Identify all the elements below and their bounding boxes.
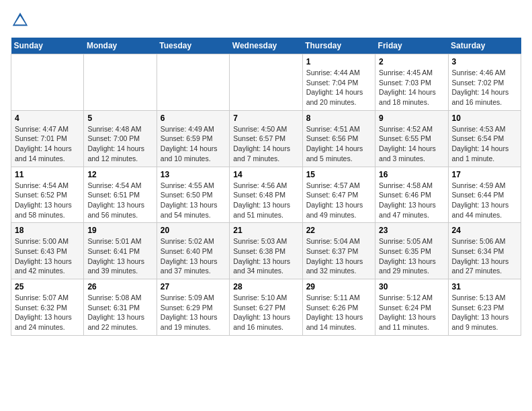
day-number: 16 xyxy=(379,170,444,179)
calendar-cell xyxy=(157,54,229,111)
day-number: 9 xyxy=(379,113,444,123)
day-info: Sunrise: 4:51 AM Sunset: 6:56 PM Dayligh… xyxy=(306,124,371,164)
calendar-cell xyxy=(11,54,84,111)
calendar-cell: 5Sunrise: 4:48 AM Sunset: 7:00 PM Daylig… xyxy=(84,110,157,167)
day-info: Sunrise: 5:12 AM Sunset: 6:24 PM Dayligh… xyxy=(379,293,444,332)
day-number: 15 xyxy=(306,170,371,179)
day-of-week-header: Saturday xyxy=(448,38,521,54)
calendar-cell: 8Sunrise: 4:51 AM Sunset: 6:56 PM Daylig… xyxy=(302,110,375,167)
calendar-table: SundayMondayTuesdayWednesdayThursdayFrid… xyxy=(11,38,521,336)
calendar-cell: 11Sunrise: 4:54 AM Sunset: 6:52 PM Dayli… xyxy=(11,167,84,223)
day-info: Sunrise: 5:13 AM Sunset: 6:23 PM Dayligh… xyxy=(452,293,517,332)
day-number: 23 xyxy=(379,226,444,235)
day-info: Sunrise: 4:56 AM Sunset: 6:48 PM Dayligh… xyxy=(233,181,298,220)
calendar-cell: 25Sunrise: 5:07 AM Sunset: 6:32 PM Dayli… xyxy=(11,279,84,336)
calendar-week-row: 4Sunrise: 4:47 AM Sunset: 7:01 PM Daylig… xyxy=(11,110,521,167)
day-number: 28 xyxy=(233,282,298,291)
day-info: Sunrise: 5:02 AM Sunset: 6:40 PM Dayligh… xyxy=(161,236,226,276)
day-number: 19 xyxy=(87,226,152,235)
day-number: 6 xyxy=(161,113,226,123)
day-number: 24 xyxy=(452,226,517,235)
day-info: Sunrise: 5:04 AM Sunset: 6:37 PM Dayligh… xyxy=(306,236,371,276)
calendar-cell: 4Sunrise: 4:47 AM Sunset: 7:01 PM Daylig… xyxy=(11,110,84,167)
day-number: 30 xyxy=(379,282,444,291)
calendar-cell: 6Sunrise: 4:49 AM Sunset: 6:59 PM Daylig… xyxy=(157,110,229,167)
calendar-cell: 13Sunrise: 4:55 AM Sunset: 6:50 PM Dayli… xyxy=(157,167,229,223)
day-info: Sunrise: 4:54 AM Sunset: 6:51 PM Dayligh… xyxy=(87,181,152,220)
calendar-cell xyxy=(230,54,302,111)
day-number: 26 xyxy=(87,282,152,291)
day-info: Sunrise: 5:08 AM Sunset: 6:31 PM Dayligh… xyxy=(87,293,152,332)
day-info: Sunrise: 5:07 AM Sunset: 6:32 PM Dayligh… xyxy=(15,293,80,332)
day-number: 21 xyxy=(233,226,298,235)
calendar-cell: 18Sunrise: 5:00 AM Sunset: 6:43 PM Dayli… xyxy=(11,223,84,279)
day-number: 5 xyxy=(87,113,152,123)
calendar-cell: 24Sunrise: 5:06 AM Sunset: 6:34 PM Dayli… xyxy=(448,223,521,279)
page-header xyxy=(11,11,521,30)
logo xyxy=(11,11,32,30)
day-of-week-header: Thursday xyxy=(302,38,375,54)
day-info: Sunrise: 5:11 AM Sunset: 6:26 PM Dayligh… xyxy=(306,293,371,332)
day-info: Sunrise: 4:45 AM Sunset: 7:03 PM Dayligh… xyxy=(379,68,444,107)
calendar-week-row: 11Sunrise: 4:54 AM Sunset: 6:52 PM Dayli… xyxy=(11,167,521,223)
calendar-cell: 23Sunrise: 5:05 AM Sunset: 6:35 PM Dayli… xyxy=(375,223,448,279)
calendar-header-row: SundayMondayTuesdayWednesdayThursdayFrid… xyxy=(11,38,521,54)
calendar-cell: 2Sunrise: 4:45 AM Sunset: 7:03 PM Daylig… xyxy=(375,54,448,111)
day-info: Sunrise: 4:48 AM Sunset: 7:00 PM Dayligh… xyxy=(87,124,152,164)
day-info: Sunrise: 5:05 AM Sunset: 6:35 PM Dayligh… xyxy=(379,236,444,276)
calendar-cell: 19Sunrise: 5:01 AM Sunset: 6:41 PM Dayli… xyxy=(84,223,157,279)
calendar-cell: 10Sunrise: 4:53 AM Sunset: 6:54 PM Dayli… xyxy=(448,110,521,167)
logo-icon xyxy=(11,11,30,30)
day-info: Sunrise: 4:50 AM Sunset: 6:57 PM Dayligh… xyxy=(233,124,298,164)
day-info: Sunrise: 4:52 AM Sunset: 6:55 PM Dayligh… xyxy=(379,124,444,164)
calendar-cell: 26Sunrise: 5:08 AM Sunset: 6:31 PM Dayli… xyxy=(84,279,157,336)
day-info: Sunrise: 5:06 AM Sunset: 6:34 PM Dayligh… xyxy=(452,236,517,276)
day-info: Sunrise: 5:00 AM Sunset: 6:43 PM Dayligh… xyxy=(15,236,80,276)
day-info: Sunrise: 5:03 AM Sunset: 6:38 PM Dayligh… xyxy=(233,236,298,276)
day-number: 11 xyxy=(15,170,80,179)
day-info: Sunrise: 4:49 AM Sunset: 6:59 PM Dayligh… xyxy=(161,124,226,164)
day-number: 22 xyxy=(306,226,371,235)
day-number: 29 xyxy=(306,282,371,291)
day-info: Sunrise: 4:47 AM Sunset: 7:01 PM Dayligh… xyxy=(15,124,80,164)
calendar-cell: 7Sunrise: 4:50 AM Sunset: 6:57 PM Daylig… xyxy=(230,110,302,167)
day-info: Sunrise: 4:46 AM Sunset: 7:02 PM Dayligh… xyxy=(452,68,517,107)
calendar-cell: 20Sunrise: 5:02 AM Sunset: 6:40 PM Dayli… xyxy=(157,223,229,279)
day-info: Sunrise: 5:09 AM Sunset: 6:29 PM Dayligh… xyxy=(161,293,226,332)
calendar-cell xyxy=(84,54,157,111)
day-info: Sunrise: 4:58 AM Sunset: 6:46 PM Dayligh… xyxy=(379,181,444,220)
day-info: Sunrise: 4:55 AM Sunset: 6:50 PM Dayligh… xyxy=(161,181,226,220)
calendar-cell: 31Sunrise: 5:13 AM Sunset: 6:23 PM Dayli… xyxy=(448,279,521,336)
calendar-cell: 22Sunrise: 5:04 AM Sunset: 6:37 PM Dayli… xyxy=(302,223,375,279)
day-info: Sunrise: 4:59 AM Sunset: 6:44 PM Dayligh… xyxy=(452,181,517,220)
calendar-cell: 14Sunrise: 4:56 AM Sunset: 6:48 PM Dayli… xyxy=(230,167,302,223)
calendar-week-row: 1Sunrise: 4:44 AM Sunset: 7:04 PM Daylig… xyxy=(11,54,521,111)
day-number: 27 xyxy=(161,282,226,291)
day-number: 17 xyxy=(452,170,517,179)
day-info: Sunrise: 4:44 AM Sunset: 7:04 PM Dayligh… xyxy=(306,68,371,107)
day-of-week-header: Sunday xyxy=(11,38,84,54)
day-number: 25 xyxy=(15,282,80,291)
calendar-cell: 3Sunrise: 4:46 AM Sunset: 7:02 PM Daylig… xyxy=(448,54,521,111)
day-number: 12 xyxy=(87,170,152,179)
day-number: 31 xyxy=(452,282,517,291)
calendar-cell: 17Sunrise: 4:59 AM Sunset: 6:44 PM Dayli… xyxy=(448,167,521,223)
day-number: 3 xyxy=(452,57,517,66)
calendar-week-row: 18Sunrise: 5:00 AM Sunset: 6:43 PM Dayli… xyxy=(11,223,521,279)
day-of-week-header: Tuesday xyxy=(157,38,229,54)
day-number: 20 xyxy=(161,226,226,235)
calendar-cell: 1Sunrise: 4:44 AM Sunset: 7:04 PM Daylig… xyxy=(302,54,375,111)
day-number: 8 xyxy=(306,113,371,123)
day-number: 10 xyxy=(452,113,517,123)
day-number: 13 xyxy=(161,170,226,179)
calendar-cell: 27Sunrise: 5:09 AM Sunset: 6:29 PM Dayli… xyxy=(157,279,229,336)
day-number: 7 xyxy=(233,113,298,123)
day-info: Sunrise: 5:10 AM Sunset: 6:27 PM Dayligh… xyxy=(233,293,298,332)
day-number: 14 xyxy=(233,170,298,179)
day-number: 18 xyxy=(15,226,80,235)
day-number: 2 xyxy=(379,57,444,66)
calendar-cell: 21Sunrise: 5:03 AM Sunset: 6:38 PM Dayli… xyxy=(230,223,302,279)
day-of-week-header: Wednesday xyxy=(230,38,302,54)
calendar-cell: 15Sunrise: 4:57 AM Sunset: 6:47 PM Dayli… xyxy=(302,167,375,223)
day-info: Sunrise: 4:57 AM Sunset: 6:47 PM Dayligh… xyxy=(306,181,371,220)
